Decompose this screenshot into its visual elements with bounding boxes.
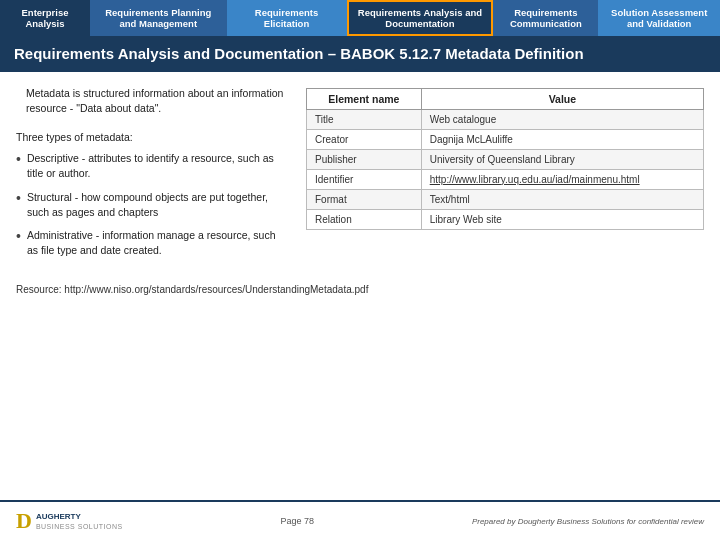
element-name: Title [307,109,422,129]
element-value: Text/html [421,189,703,209]
bullet-icon: • [16,151,21,181]
nav-analysis-doc[interactable]: Requirements Analysis and Documentation [347,0,494,36]
list-item: • Descriptive - attributes to identify a… [16,151,286,181]
left-column: Metadata is structured information about… [16,86,286,267]
table-row: Publisher University of Queensland Libra… [307,149,704,169]
table-row: Relation Library Web site [307,209,704,229]
bullet-icon: • [16,228,21,258]
resource-line: Resource: http://www.niso.org/standards/… [0,276,720,303]
element-name: Format [307,189,422,209]
table-row: Title Web catalogue [307,109,704,129]
page-number: Page 78 [281,516,315,526]
nav-enterprise[interactable]: Enterprise Analysis [0,0,90,36]
nav-communication[interactable]: Requirements Communication [493,0,598,36]
footer: D AUGHERTY BUSINESS SOLUTIONS Page 78 Pr… [0,500,720,540]
element-name: Publisher [307,149,422,169]
element-value: Dagnija McLAuliffe [421,129,703,149]
bullet-text-3: Administrative - information manage a re… [27,228,286,258]
table-row: Format Text/html [307,189,704,209]
element-value: Web catalogue [421,109,703,129]
element-value: University of Queensland Library [421,149,703,169]
list-item: • Administrative - information manage a … [16,228,286,258]
right-column: Element name Value Title Web catalogue C… [306,88,704,267]
element-name: Creator [307,129,422,149]
element-value: Library Web site [421,209,703,229]
logo: D AUGHERTY BUSINESS SOLUTIONS [16,508,123,534]
nav-planning[interactable]: Requirements Planning and Management [90,0,227,36]
table-header-element: Element name [307,88,422,109]
bullet-text-2: Structural - how compound objects are pu… [27,190,286,220]
logo-name: AUGHERTY [36,512,123,522]
bullet-list: • Descriptive - attributes to identify a… [16,151,286,258]
nav-solution[interactable]: Solution Assessment and Validation [598,0,720,36]
element-value-link[interactable]: http://www.library.uq.edu.au/iad/mainmen… [421,169,703,189]
element-name: Identifier [307,169,422,189]
intro-text: Metadata is structured information about… [16,86,286,116]
element-name: Relation [307,209,422,229]
three-types-heading: Three types of metadata: [16,130,286,145]
table-row: Creator Dagnija McLAuliffe [307,129,704,149]
metadata-table: Element name Value Title Web catalogue C… [306,88,704,230]
nav-elicitation[interactable]: Requirements Elicitation [227,0,347,36]
table-header-value: Value [421,88,703,109]
main-content: Metadata is structured information about… [0,72,720,277]
prepared-by: Prepared by Dougherty Business Solutions… [472,517,704,526]
list-item: • Structural - how compound objects are … [16,190,286,220]
logo-subtext: BUSINESS SOLUTIONS [36,523,123,530]
logo-d-letter: D [16,508,32,534]
table-row: Identifier http://www.library.uq.edu.au/… [307,169,704,189]
bullet-text-1: Descriptive - attributes to identify a r… [27,151,286,181]
bullet-icon: • [16,190,21,220]
top-navigation: Enterprise Analysis Requirements Plannin… [0,0,720,36]
page-title: Requirements Analysis and Documentation … [0,36,720,72]
